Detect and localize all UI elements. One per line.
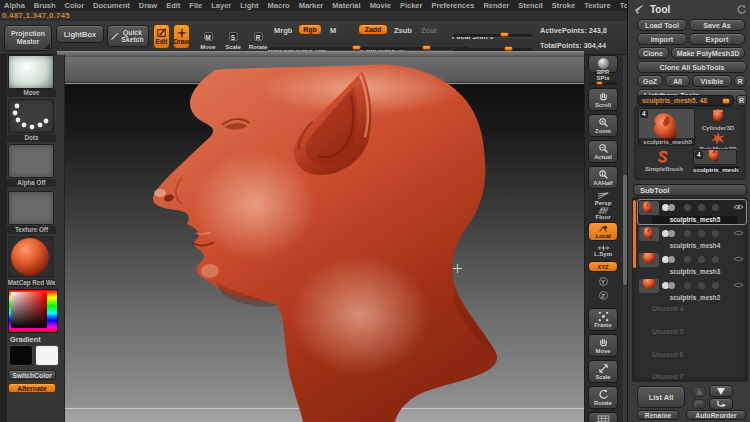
current-alpha-thumbnail[interactable]: [8, 144, 54, 178]
rotate-tool-button[interactable]: R Rotate: [246, 26, 270, 50]
rgb-intensity-slider[interactable]: Rgb Intensity 100: [268, 38, 372, 50]
subtool-row-mesh4[interactable]: sculptris_mesh4: [638, 226, 746, 250]
switch-color-button[interactable]: SwitchColor: [8, 370, 56, 380]
local-button[interactable]: Local: [588, 222, 618, 241]
subtool-thumbnail[interactable]: [639, 253, 659, 267]
subtool-row-mesh2[interactable]: sculptris_mesh2: [638, 278, 746, 302]
move-tool-button[interactable]: M Move: [197, 26, 219, 50]
z-axis-button[interactable]: Z: [588, 291, 618, 300]
goz-r-button[interactable]: R: [734, 75, 746, 87]
rgb-button[interactable]: Rgb: [298, 24, 322, 35]
polypaint-pair-icon[interactable]: [662, 282, 676, 289]
quick-sketch-button[interactable]: Quick Sketch: [107, 25, 149, 47]
focal-shift-slider[interactable]: Focal Shift 0: [452, 25, 532, 37]
goz-visible-button[interactable]: Visible: [692, 75, 732, 87]
goz-all-button[interactable]: All: [665, 75, 690, 87]
current-brush-thumbnail[interactable]: [8, 55, 54, 89]
current-stroke-thumbnail[interactable]: [8, 99, 54, 133]
toggle-icon[interactable]: [698, 256, 705, 263]
toggle-icon[interactable]: [712, 230, 719, 237]
scroll-button[interactable]: Scroll: [588, 88, 618, 111]
frame-button[interactable]: Frame: [588, 308, 618, 331]
menu-brush[interactable]: Brush: [34, 1, 56, 10]
goz-button[interactable]: GoZ: [637, 75, 663, 87]
toggle-icon[interactable]: [698, 230, 705, 237]
load-tool-button[interactable]: Load Tool: [637, 19, 687, 31]
menu-render[interactable]: Render: [483, 1, 509, 10]
toggle-icon[interactable]: [712, 256, 719, 263]
subtool-row-mesh3[interactable]: sculptris_mesh3: [638, 252, 746, 276]
polypaint-pair-icon[interactable]: [662, 204, 676, 211]
lsym-button[interactable]: L.Sym: [588, 245, 618, 257]
floor-button[interactable]: Floor: [588, 207, 618, 220]
subtool-move-down-curve-button[interactable]: [709, 398, 733, 410]
subtool-thumbnail[interactable]: [639, 201, 659, 215]
tool-item-polymesh3d[interactable]: [710, 132, 726, 145]
polypaint-pair-icon[interactable]: [662, 256, 676, 263]
menu-file[interactable]: File: [189, 1, 202, 10]
polypaint-pair-icon[interactable]: [662, 230, 676, 237]
m-button[interactable]: M: [330, 26, 336, 35]
menu-texture[interactable]: Texture: [584, 1, 611, 10]
subtool-move-up-curve-button[interactable]: [692, 399, 706, 409]
toggle-icon[interactable]: [698, 282, 705, 289]
menu-document[interactable]: Document: [93, 1, 130, 10]
subtool-row-mesh5[interactable]: sculptris_mesh5: [638, 200, 746, 224]
menu-layer[interactable]: Layer: [211, 1, 231, 10]
menu-alpha[interactable]: Alpha: [4, 1, 25, 10]
actual-button[interactable]: Actual: [588, 140, 618, 163]
eye-icon[interactable]: [733, 281, 744, 289]
shelf-rotate-button[interactable]: Rotate: [588, 386, 618, 409]
collapse-panel-icon[interactable]: [633, 4, 645, 16]
aahalf-button[interactable]: AAHalf: [588, 166, 618, 189]
clone-button[interactable]: Clone: [637, 47, 669, 59]
zadd-button[interactable]: Zadd: [358, 24, 388, 35]
export-button[interactable]: Export: [689, 33, 745, 45]
saturation-value-square[interactable]: [11, 292, 47, 328]
mrgb-button[interactable]: Mrgb: [274, 26, 292, 35]
toggle-icon[interactable]: [684, 256, 691, 263]
persp-button[interactable]: Persp: [588, 192, 618, 206]
tool-item-sculptris-mesh[interactable]: 4: [693, 149, 737, 165]
spix-handle[interactable]: [596, 81, 603, 85]
menu-color[interactable]: Color: [65, 1, 85, 10]
save-as-button[interactable]: Save As: [689, 19, 745, 31]
draw-button[interactable]: Draw: [173, 24, 190, 49]
xyz-button[interactable]: XYZ: [588, 261, 618, 272]
shelf-move-button[interactable]: Move: [588, 334, 618, 357]
make-polymesh3d-button[interactable]: Make PolyMesh3D: [671, 47, 745, 59]
spix-slider[interactable]: SPix: [588, 75, 618, 85]
subtool-scrollbar[interactable]: [633, 200, 636, 268]
menu-stroke[interactable]: Stroke: [552, 1, 575, 10]
menu-edit[interactable]: Edit: [166, 1, 180, 10]
subtool-up-button[interactable]: [692, 387, 706, 397]
menu-macro[interactable]: Macro: [268, 1, 290, 10]
tool-item-cylinder3d[interactable]: [709, 108, 727, 123]
eye-icon[interactable]: [733, 229, 744, 237]
edit-button[interactable]: Edit: [153, 24, 170, 49]
main-color-swatch[interactable]: [9, 345, 33, 366]
toggle-icon[interactable]: [698, 204, 705, 211]
eye-icon[interactable]: [733, 255, 744, 263]
toggle-icon[interactable]: [684, 204, 691, 211]
toggle-icon[interactable]: [712, 282, 719, 289]
import-button[interactable]: Import: [637, 33, 687, 45]
menu-light[interactable]: Light: [240, 1, 258, 10]
zcut-button[interactable]: Zcut: [421, 26, 437, 35]
rename-button[interactable]: Rename: [637, 410, 679, 420]
restore-panel-icon[interactable]: [736, 4, 747, 15]
alternate-button[interactable]: Alternate: [8, 383, 56, 393]
polyf-button[interactable]: [588, 412, 618, 422]
menu-material[interactable]: Material: [332, 1, 360, 10]
menu-movie[interactable]: Movie: [370, 1, 391, 10]
y-axis-button[interactable]: Y: [588, 277, 618, 286]
shelf-scale-button[interactable]: Scale: [588, 360, 618, 383]
current-material-thumbnail[interactable]: [8, 236, 54, 278]
focal-shift-handle[interactable]: [500, 32, 509, 37]
menu-marker[interactable]: Marker: [299, 1, 324, 10]
list-all-button[interactable]: List All: [637, 386, 685, 408]
document-canvas[interactable]: [65, 57, 584, 422]
current-tool-handle[interactable]: [722, 98, 730, 104]
tool-item-simplebrush[interactable]: [656, 150, 670, 164]
subtool-thumbnail[interactable]: [639, 227, 659, 241]
